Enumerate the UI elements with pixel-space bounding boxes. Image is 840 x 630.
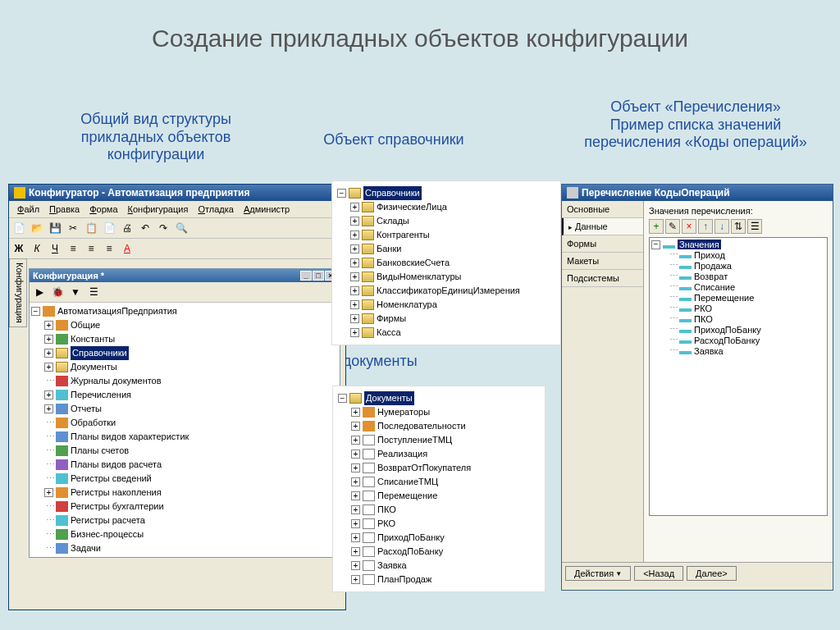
menu-item[interactable]: Отладка	[193, 203, 239, 216]
documents-tree[interactable]: −Документы+Нумераторы+Последовательности…	[332, 386, 546, 592]
tree-item-label[interactable]: БанковскиеСчета	[377, 256, 450, 270]
edit-icon[interactable]: ✎	[665, 219, 680, 234]
paste-icon[interactable]: 📄	[101, 220, 117, 236]
tree-expander[interactable]: −	[31, 307, 40, 316]
tree-item-label[interactable]: Регистры бухгалтерии	[71, 500, 164, 514]
config-subtitle-bar[interactable]: Конфигурация * _ □ ×	[30, 269, 340, 282]
back-button[interactable]: <Назад	[634, 566, 683, 581]
tree-item-label[interactable]: Обработки	[71, 416, 116, 430]
tree-item-label[interactable]: Касса	[377, 326, 401, 340]
tab-Макеты[interactable]: Макеты	[562, 253, 643, 270]
tree-root[interactable]: Значения	[678, 240, 721, 249]
filter-icon[interactable]: ▼	[67, 284, 84, 300]
tree-expander[interactable]: +	[350, 272, 359, 281]
tree-expander[interactable]: +	[351, 561, 360, 570]
tree-item-label[interactable]: Склады	[377, 214, 409, 228]
tree-expander[interactable]: +	[351, 408, 360, 417]
menu-item[interactable]: Правка	[44, 203, 84, 216]
tree-expander[interactable]: +	[351, 547, 360, 556]
copy-icon[interactable]: 📋	[83, 220, 99, 236]
tree-item-label[interactable]: ВидыНоменклатуры	[377, 270, 461, 284]
tree-expander[interactable]: +	[351, 491, 360, 500]
enum-value[interactable]: ПКО	[694, 314, 713, 324]
vertical-tab-config[interactable]: Конфигурация	[9, 258, 27, 327]
tree-expander[interactable]: +	[44, 349, 53, 358]
movedown-icon[interactable]: ↓	[714, 219, 729, 234]
enum-value[interactable]: РКО	[694, 304, 712, 313]
tree-item-label[interactable]: Контрагенты	[377, 228, 430, 242]
tree-expander[interactable]: +	[350, 244, 359, 253]
enum-value[interactable]: Перемещение	[694, 293, 754, 303]
tree-expander[interactable]: +	[44, 363, 53, 372]
props-icon[interactable]: ☰	[747, 219, 762, 234]
tree-item-label[interactable]: ПланПродаж	[377, 573, 431, 587]
tree-expander[interactable]: +	[351, 477, 360, 486]
tree-expander[interactable]: +	[351, 422, 360, 431]
tree-item-label[interactable]: Реализация	[377, 447, 427, 461]
run-icon[interactable]: ▶	[31, 284, 48, 300]
config-toolbar[interactable]: ▶ 🐞 ▼ ☰	[30, 282, 340, 303]
tree-item-label[interactable]: Отчеты	[71, 402, 102, 416]
tab-Данные[interactable]: Данные	[562, 218, 643, 235]
tree-item-label[interactable]: Планы видов характеристик	[71, 430, 189, 444]
tree-item-label[interactable]: Документы	[71, 360, 117, 374]
tree-icon[interactable]: ☰	[85, 284, 102, 300]
tree-expander[interactable]: +	[350, 328, 359, 337]
bold-icon[interactable]: Ж	[11, 240, 27, 257]
tree-item-label[interactable]: Журналы документов	[71, 374, 162, 388]
enum-toolbar[interactable]: + ✎ × ↑ ↓ ⇅ ☰	[649, 219, 828, 234]
tree-expander[interactable]: +	[350, 231, 359, 240]
tree-item-label[interactable]: Последовательности	[377, 419, 466, 433]
underline-icon[interactable]: Ч	[47, 240, 63, 257]
actions-button[interactable]: Действия▼	[565, 566, 631, 581]
tree-expander[interactable]: +	[44, 404, 53, 413]
toolbar-2[interactable]: Ж К Ч ≡ ≡ ≡ А	[9, 239, 345, 259]
tree-item-label[interactable]: Задачи	[71, 541, 101, 555]
tree-expander[interactable]: +	[351, 575, 360, 584]
tree-item-label[interactable]: Перемещение	[377, 489, 437, 503]
menu-item[interactable]: Администр	[239, 203, 294, 216]
color-icon[interactable]: А	[119, 240, 135, 257]
tree-expander[interactable]: +	[44, 488, 53, 497]
save-icon[interactable]: 💾	[47, 220, 63, 236]
tree-item-label[interactable]: Номенклатура	[377, 298, 437, 312]
tree-item-label[interactable]: Справочники	[71, 346, 129, 360]
tree-expander[interactable]: −	[651, 240, 660, 249]
tree-item-label[interactable]: ФизическиеЛица	[377, 200, 447, 214]
menu-item[interactable]: Конфигурация	[123, 203, 194, 216]
config-tree[interactable]: −АвтоматизацияПредприятия+Общие+Констант…	[30, 303, 340, 557]
tree-expander[interactable]: −	[338, 394, 347, 403]
tree-root[interactable]: Справочники	[363, 186, 422, 200]
menubar[interactable]: ФайлПравкаФормаКонфигурацияОтладкаАдмини…	[9, 201, 345, 218]
add-icon[interactable]: +	[649, 219, 664, 234]
tree-expander[interactable]: +	[351, 436, 360, 445]
enum-value[interactable]: Продажа	[694, 261, 732, 271]
enum-values-tree[interactable]: −Значения⋯Приход⋯Продажа⋯Возврат⋯Списани…	[649, 237, 828, 516]
enum-value[interactable]: Приход	[694, 250, 725, 260]
tree-item-label[interactable]: Планы счетов	[71, 444, 129, 458]
spravochniki-tree[interactable]: −Справочники+ФизическиеЛица+Склады+Контр…	[331, 180, 561, 345]
tree-root[interactable]: АвтоматизацияПредприятия	[57, 304, 177, 318]
align-left-icon[interactable]: ≡	[65, 240, 81, 257]
open-icon[interactable]: 📂	[29, 220, 45, 236]
enum-value[interactable]: РасходПоБанку	[694, 336, 760, 345]
tree-item-label[interactable]: Нумераторы	[377, 405, 430, 419]
tree-item-label[interactable]: ПоступлениеТМЦ	[377, 433, 452, 447]
undo-icon[interactable]: ↶	[137, 220, 153, 236]
tree-item-label[interactable]: РасходПоБанку	[377, 545, 443, 559]
toolbar-1[interactable]: 📄 📂 💾 ✂ 📋 📄 🖨 ↶ ↷ 🔍	[9, 218, 345, 239]
tree-item-label[interactable]: КлассификаторЕдиницИзмерения	[377, 284, 520, 298]
tree-item-label[interactable]: ВозвратОтПокупателя	[377, 461, 471, 475]
tree-root[interactable]: Документы	[364, 391, 414, 405]
delete-icon[interactable]: ×	[682, 219, 696, 234]
enum-value[interactable]: Списание	[694, 282, 735, 292]
enum-value[interactable]: Возврат	[694, 272, 728, 281]
tree-expander[interactable]: +	[350, 203, 359, 212]
tree-expander[interactable]: +	[351, 505, 360, 514]
align-right-icon[interactable]: ≡	[101, 240, 117, 257]
tree-item-label[interactable]: Константы	[71, 332, 115, 346]
find-icon[interactable]: 🔍	[173, 220, 189, 236]
tree-item-label[interactable]: Регистры накопления	[71, 486, 162, 500]
tree-expander[interactable]: +	[44, 390, 53, 399]
tree-expander[interactable]: +	[350, 258, 359, 267]
